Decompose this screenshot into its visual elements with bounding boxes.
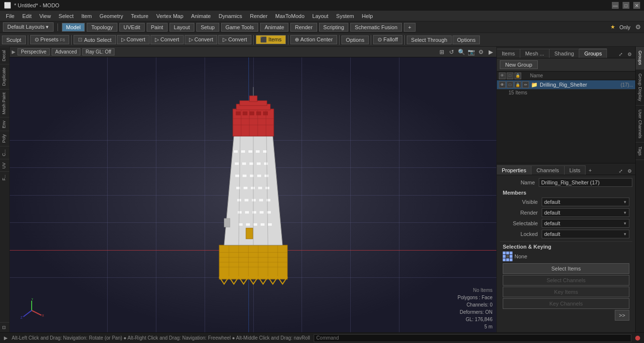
sidebar-tab-mesh-paint[interactable]: Mesh Paint [0,89,9,117]
key-channels-button[interactable]: Key Channels [503,298,629,309]
sidebar-tab-c[interactable]: C... [0,146,9,159]
tab-game-tools[interactable]: Game Tools [221,23,259,32]
sculpt-button[interactable]: Sculpt [2,36,26,44]
expand-icon[interactable]: ▶ [12,49,16,54]
group-lock-btn[interactable]: 🔒 [514,81,521,88]
locked-dropdown[interactable]: default ▼ [542,230,629,238]
menu-edit[interactable]: Edit [19,12,36,20]
group-edit-btn[interactable]: ✏ [522,81,529,88]
vp-icon-play[interactable]: ▶ [487,48,494,56]
falloff-button[interactable]: ⊙ Falloff [373,35,402,44]
select-through-button[interactable]: Select Through [407,36,452,44]
tab-shading[interactable]: Shading [549,49,579,58]
menu-view[interactable]: View [36,12,55,20]
convert-button-2[interactable]: ▷ Convert [151,35,184,44]
tab-paint[interactable]: Paint [147,23,168,32]
options-button-2[interactable]: Options [453,36,480,44]
expand-icon[interactable]: ▶ [4,335,8,341]
convert-button-4[interactable]: ▷ Convert [218,35,251,44]
default-layouts-dropdown[interactable]: Default Layouts ▾ [3,22,54,32]
group-render-btn[interactable]: □ [507,81,513,88]
sidebar-tab-poly[interactable]: Poly [0,131,9,146]
tab-add[interactable]: + [404,23,416,32]
menu-render[interactable]: Render [246,12,271,20]
titlebar-controls[interactable]: — □ ✕ [612,2,640,9]
presets-button[interactable]: ⊙ Presets F6 [30,35,70,44]
close-button[interactable]: ✕ [633,2,640,9]
menu-system[interactable]: System [332,12,358,20]
tab-model[interactable]: Model [62,23,85,32]
menu-select[interactable]: Select [55,12,77,20]
command-input[interactable] [314,334,631,342]
sidebar-tab-bottom[interactable]: ⊡ [0,322,9,332]
auto-select-button[interactable]: ⊡ Auto Select [74,35,115,44]
rsidebar-tab-user-channels[interactable]: User Channels [636,106,644,143]
vp-icon-rotate[interactable]: ↺ [448,48,455,56]
expand-panel-icon[interactable]: ⤢ [617,50,625,58]
perspective-button[interactable]: Perspective [18,48,50,55]
ray-off-button[interactable]: Ray GL: Off [82,48,115,55]
advanced-button[interactable]: Advanced [52,48,80,55]
items-button[interactable]: ⬛ Items [256,35,286,44]
minimize-button[interactable]: — [612,2,619,9]
tab-groups[interactable]: Groups [579,49,607,58]
menu-vertex-map[interactable]: Vertex Map [152,12,188,20]
gear-icon[interactable]: ⚙ [635,23,641,31]
tab-uvedit[interactable]: UVEdit [119,23,145,32]
convert-button-1[interactable]: ▷ Convert [117,35,150,44]
tab-mesh[interactable]: Mesh ... [520,49,549,58]
new-group-button[interactable]: New Group [500,60,538,69]
props-expand-icon[interactable]: ⤢ [617,167,625,175]
tab-schematic-fusion[interactable]: Schematic Fusion [350,23,401,32]
sidebar-tab-uv[interactable]: UV [0,159,9,172]
rsidebar-tab-tags[interactable]: Tags [636,143,644,160]
viewport-canvas[interactable]: No Items Polygons : Face Channels: 0 Def… [10,57,496,332]
tab-topology[interactable]: Topology [87,23,117,32]
sidebar-tab-env[interactable]: Env [0,117,9,131]
menu-file[interactable]: File [2,12,19,20]
menu-item[interactable]: Item [77,12,95,20]
menu-animate[interactable]: Animate [187,12,214,20]
props-tab-add[interactable]: + [586,166,594,175]
viewport[interactable]: ▶ Perspective Advanced Ray GL: Off ⊞ ↺ 🔍… [10,47,496,332]
rsidebar-tab-groups[interactable]: Groups [636,47,644,70]
menu-texture[interactable]: Texture [127,12,152,20]
menu-geometry[interactable]: Geometry [95,12,127,20]
name-input[interactable] [539,178,632,187]
menu-layout[interactable]: Layout [308,12,332,20]
vp-icon-search[interactable]: 🔍 [457,48,465,56]
visible-dropdown[interactable]: default ▼ [542,198,629,206]
vp-icon-settings[interactable]: ⚙ [477,48,485,56]
more-button[interactable]: >> [615,310,629,321]
tab-setup[interactable]: Setup [196,23,219,32]
group-eye-btn[interactable]: 👁 [499,81,506,88]
action-center-button[interactable]: ⊕ Action Center [290,35,337,44]
props-tab-lists[interactable]: Lists [565,165,586,175]
props-settings-icon[interactable]: ⚙ [625,167,633,175]
vp-icon-camera[interactable]: 📷 [467,48,475,56]
key-items-button[interactable]: Key Items [503,287,629,297]
rsidebar-tab-group-display[interactable]: Group Display [636,70,644,106]
selectable-dropdown[interactable]: default ▼ [542,219,629,228]
sidebar-tab-f[interactable]: F... [0,171,9,183]
tab-render[interactable]: Render [290,23,317,32]
settings-panel-icon[interactable]: ⚙ [625,50,633,58]
props-tab-properties[interactable]: Properties [497,165,531,175]
tab-items[interactable]: Items [497,49,520,58]
tab-scripting[interactable]: Scripting [319,23,349,32]
props-tab-channels[interactable]: Channels [531,165,564,175]
menu-dynamics[interactable]: Dynamics [215,12,246,20]
groups-list[interactable]: 👁 □ 🔒 ✏ 📁 Drilling_Rig_Shelter (17)... 1… [497,80,635,163]
menu-maxtomod[interactable]: MaxToModo [271,12,308,20]
sidebar-tab-duplicate[interactable]: Duplicate [0,64,9,89]
group-item-drilling[interactable]: 👁 □ 🔒 ✏ 📁 Drilling_Rig_Shelter (17)... [497,80,635,90]
select-items-button[interactable]: Select Items [503,263,629,274]
tab-animate[interactable]: Animate [260,23,288,32]
maximize-button[interactable]: □ [623,2,629,9]
tab-layout[interactable]: Layout [170,23,194,32]
sidebar-tab-decal[interactable]: Decal [0,47,9,64]
vp-icon-grid[interactable]: ⊞ [438,48,446,56]
convert-button-3[interactable]: ▷ Convert [185,35,218,44]
render-dropdown[interactable]: default ▼ [542,208,629,217]
menu-help[interactable]: Help [358,12,377,20]
